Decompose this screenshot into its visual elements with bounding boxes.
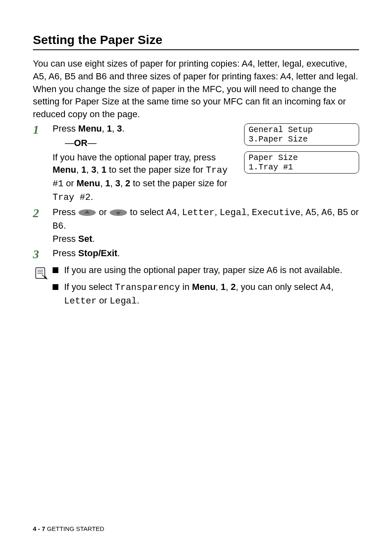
text: ,	[331, 282, 334, 292]
key-1: 1	[105, 178, 110, 188]
step3-line: Press Stop/Exit.	[53, 247, 359, 260]
key-1: 1	[101, 164, 106, 175]
text: ,	[86, 164, 91, 175]
note-text: If you are using the optional paper tray…	[64, 264, 342, 277]
text: to set the paper size for	[106, 164, 206, 175]
bullet-icon	[53, 267, 58, 273]
text: .	[118, 248, 120, 258]
down-arrow-icon	[109, 209, 127, 216]
note-item-1: If you are using the optional paper tray…	[53, 264, 359, 277]
footer-label: GETTING STARTED	[47, 525, 104, 532]
option-legal: Legal	[219, 208, 247, 218]
key-3: 3	[91, 164, 96, 175]
text: If you select	[64, 282, 115, 292]
key-3: 3	[117, 123, 122, 134]
lcd-line: 3.Paper Size	[249, 134, 308, 144]
step2-line2: Press Set.	[53, 233, 359, 246]
text: ,	[76, 164, 81, 175]
key-1: 1	[221, 282, 226, 292]
svg-rect-2	[36, 268, 45, 278]
option-b6: B6	[53, 221, 63, 232]
menu-label: Menu	[76, 178, 100, 188]
menu-label: Menu	[192, 282, 215, 292]
text: ,	[226, 282, 231, 292]
text: Press	[53, 207, 78, 217]
text: ,	[216, 282, 221, 292]
note-block: If you are using the optional paper tray…	[33, 264, 359, 312]
option-legal: Legal	[110, 296, 137, 306]
stop-exit-label: Stop/Exit	[78, 248, 117, 258]
option-a5: A5	[306, 208, 316, 218]
section-heading: Setting the Paper Size	[33, 33, 359, 50]
option-a4: A4	[166, 208, 177, 218]
option-a4: A4	[320, 283, 331, 293]
text: or	[97, 295, 110, 306]
note-text: If you select Transparency in Menu, 1, 2…	[64, 281, 359, 308]
text: ,	[96, 164, 101, 175]
text: Press	[53, 123, 78, 134]
step-1: 1 Press Menu, 1, 3. —OR— If you have the…	[33, 123, 359, 204]
step-number-1: 1	[33, 123, 53, 136]
transparency-label: Transparency	[115, 283, 180, 293]
text: .	[92, 234, 95, 244]
text: .	[137, 295, 139, 306]
note-item-2: If you select Transparency in Menu, 1, 2…	[53, 281, 359, 308]
dash: —	[88, 138, 97, 148]
option-letter: Letter	[64, 296, 97, 306]
text: or	[348, 207, 359, 217]
dash: —	[65, 138, 74, 148]
text: to set the paper size for	[130, 178, 227, 188]
key-1: 1	[107, 123, 112, 134]
option-letter: Letter	[182, 208, 214, 218]
step-number-2: 2	[33, 206, 53, 220]
up-arrow-icon	[78, 209, 96, 216]
key-2: 2	[125, 178, 130, 188]
note-list: If you are using the optional paper tray…	[53, 264, 359, 312]
menu-label: Menu	[78, 123, 101, 134]
step1-line2: If you have the optional paper tray, pre…	[53, 151, 234, 204]
text: Press	[53, 248, 78, 258]
key-3: 3	[115, 178, 120, 188]
option-a6: A6	[321, 208, 332, 218]
text: to select	[127, 207, 166, 217]
step1-line1: Press Menu, 1, 3.	[53, 123, 234, 135]
option-executive: Executive	[252, 208, 301, 218]
text: ,	[100, 178, 105, 188]
text: ,	[120, 178, 125, 188]
lcd-display-2: Paper Size 1.Tray #1	[244, 151, 359, 174]
bullet-icon	[53, 284, 58, 290]
or-divider: —OR—	[65, 137, 234, 150]
text: ,	[102, 123, 107, 134]
key-1: 1	[81, 164, 86, 175]
page-number: 4 - 7	[33, 525, 45, 532]
text: or	[63, 178, 76, 188]
lcd-line: Paper Size	[249, 153, 298, 162]
set-label: Set	[78, 234, 92, 244]
lcd-line: 1.Tray #1	[249, 162, 293, 172]
step-3: 3 Press Stop/Exit.	[33, 247, 359, 261]
key-2: 2	[231, 282, 235, 292]
text: .	[63, 220, 66, 231]
menu-label: Menu	[53, 164, 76, 175]
text: , you can only select	[236, 282, 320, 292]
step-2: 2 Press or to select A4, Letter, Legal, …	[33, 206, 359, 246]
text: .	[90, 192, 93, 202]
lcd-display-1: General Setup 3.Paper Size	[244, 123, 359, 146]
intro-paragraph: You can use eight sizes of paper for pri…	[33, 58, 359, 121]
text: ,	[112, 123, 117, 134]
text: Press	[53, 234, 78, 244]
option-b5: B5	[337, 208, 348, 218]
tray2-label: Tray #2	[53, 192, 90, 203]
text: ,	[110, 178, 115, 188]
step-number-3: 3	[33, 247, 53, 261]
or-label: OR	[74, 138, 88, 148]
text: If you have the optional paper tray, pre…	[53, 152, 216, 162]
lcd-line: General Setup	[249, 125, 313, 134]
note-icon	[35, 266, 48, 280]
text: in	[180, 282, 192, 292]
step2-line1: Press or to select A4, Letter, Legal, Ex…	[53, 206, 359, 233]
text: .	[122, 123, 125, 134]
text: or	[96, 207, 109, 217]
page-footer: 4 - 7 GETTING STARTED	[33, 525, 104, 532]
